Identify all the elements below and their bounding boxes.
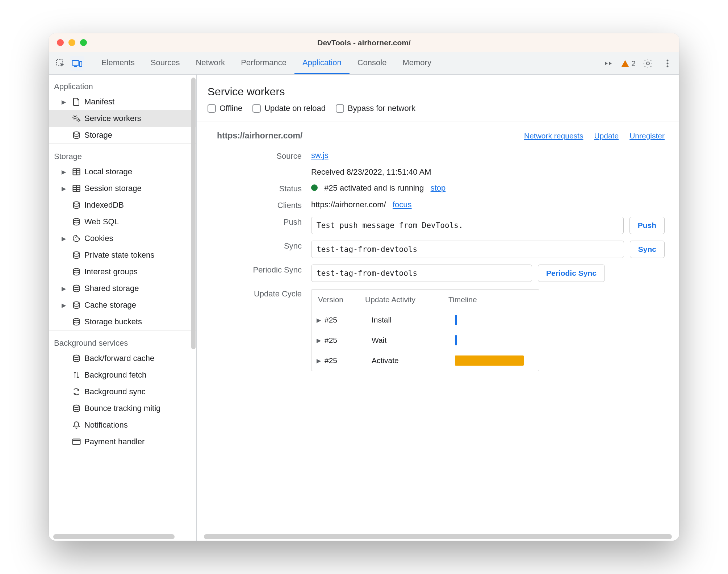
sidebar-item-indexeddb[interactable]: ▶IndexedDB bbox=[49, 197, 196, 213]
sidebar-item-service-workers[interactable]: ▶Service workers bbox=[49, 110, 196, 127]
offline-checkbox[interactable]: Offline bbox=[208, 104, 242, 113]
svg-point-3 bbox=[647, 62, 649, 65]
database-icon bbox=[72, 251, 81, 259]
uc-col-activity: Update Activity bbox=[365, 295, 448, 304]
table-icon bbox=[72, 167, 81, 176]
tab-application[interactable]: Application bbox=[294, 52, 350, 74]
push-button[interactable]: Push bbox=[629, 217, 665, 234]
toolbar-separator bbox=[89, 57, 89, 70]
sidebar-item-label: Web SQL bbox=[84, 217, 119, 226]
sidebar-item-payment-handler[interactable]: ▶Payment handler bbox=[49, 433, 196, 450]
client-focus-link[interactable]: focus bbox=[393, 200, 412, 209]
update-cycle-row[interactable]: ▶#25Wait bbox=[311, 330, 539, 350]
settings-icon[interactable] bbox=[641, 56, 655, 71]
sync-input[interactable] bbox=[311, 241, 624, 258]
uc-timeline bbox=[455, 335, 531, 345]
sidebar-item-back-forward-cache[interactable]: ▶Back/forward cache bbox=[49, 350, 196, 367]
disclosure-triangle-icon: ▶ bbox=[317, 317, 325, 324]
sidebar-item-label: Session storage bbox=[84, 184, 142, 193]
tab-elements[interactable]: Elements bbox=[93, 52, 143, 74]
sidebar-item-bounce-tracking-mitig[interactable]: ▶Bounce tracking mitig bbox=[49, 400, 196, 417]
sidebar-item-local-storage[interactable]: ▶Local storage bbox=[49, 163, 196, 180]
update-link[interactable]: Update bbox=[594, 132, 619, 140]
svg-point-22 bbox=[74, 355, 79, 357]
status-stop-link[interactable]: stop bbox=[431, 183, 446, 192]
update-cycle-row[interactable]: ▶#25Install bbox=[311, 310, 539, 330]
panel-tabs: ElementsSourcesNetworkPerformanceApplica… bbox=[93, 52, 439, 74]
warning-count: 2 bbox=[631, 59, 636, 68]
bypass-for-network-checkbox[interactable]: Bypass for network bbox=[336, 104, 415, 113]
sidebar-item-notifications[interactable]: ▶Notifications bbox=[49, 417, 196, 433]
svg-point-8 bbox=[78, 120, 80, 121]
more-tabs-icon[interactable] bbox=[602, 56, 616, 71]
sidebar-item-session-storage[interactable]: ▶Session storage bbox=[49, 180, 196, 197]
client-url: https://airhorner.com/ bbox=[311, 200, 386, 209]
checkbox-icon bbox=[208, 104, 216, 113]
gears-icon bbox=[72, 114, 81, 123]
disclosure-triangle-icon: ▶ bbox=[61, 99, 66, 105]
uc-col-version: Version bbox=[318, 295, 365, 304]
service-worker-block: https://airhorner.com/ Network requests … bbox=[197, 121, 679, 394]
uc-timeline bbox=[455, 315, 531, 325]
sidebar-item-label: Back/forward cache bbox=[84, 354, 154, 363]
sidebar-item-background-fetch[interactable]: ▶Background fetch bbox=[49, 367, 196, 383]
clients-label: Clients bbox=[217, 199, 311, 210]
sidebar-item-private-state-tokens[interactable]: ▶Private state tokens bbox=[49, 247, 196, 263]
svg-point-9 bbox=[74, 132, 79, 134]
svg-point-5 bbox=[667, 62, 669, 64]
table-icon bbox=[72, 184, 81, 193]
periodic-sync-button[interactable]: Periodic Sync bbox=[538, 265, 605, 282]
sidebar-item-cache-storage[interactable]: ▶Cache storage bbox=[49, 297, 196, 313]
main-horizontal-scrollbar[interactable] bbox=[204, 534, 672, 539]
tab-performance[interactable]: Performance bbox=[233, 52, 294, 74]
sidebar-item-label: Local storage bbox=[84, 167, 132, 176]
update-cycle-row[interactable]: ▶#25Activate bbox=[311, 350, 539, 371]
disclosure-triangle-icon: ▶ bbox=[61, 185, 66, 192]
sidebar-item-cookies[interactable]: ▶Cookies bbox=[49, 230, 196, 247]
sidebar-item-label: Notifications bbox=[84, 420, 128, 430]
sidebar-item-manifest[interactable]: ▶Manifest bbox=[49, 93, 196, 110]
push-label: Push bbox=[217, 215, 311, 227]
tab-network[interactable]: Network bbox=[188, 52, 233, 74]
main-panel: Service workers Offline Update on reload… bbox=[197, 75, 679, 541]
update-on-reload-checkbox[interactable]: Update on reload bbox=[252, 104, 326, 113]
uc-version: #25 bbox=[325, 356, 372, 365]
sidebar-item-background-sync[interactable]: ▶Background sync bbox=[49, 383, 196, 400]
unregister-link[interactable]: Unregister bbox=[629, 132, 665, 140]
bell-icon bbox=[72, 421, 81, 429]
push-input[interactable] bbox=[311, 217, 624, 234]
sidebar-item-label: Cookies bbox=[84, 234, 113, 243]
device-toolbar-icon[interactable] bbox=[70, 56, 84, 71]
svg-point-23 bbox=[74, 405, 79, 407]
tab-sources[interactable]: Sources bbox=[143, 52, 188, 74]
sidebar-item-web-sql[interactable]: ▶Web SQL bbox=[49, 213, 196, 230]
svg-rect-1 bbox=[72, 61, 79, 65]
uc-timeline bbox=[455, 355, 531, 366]
window-title: DevTools - airhorner.com/ bbox=[49, 38, 679, 47]
disclosure-triangle-icon: ▶ bbox=[61, 302, 66, 309]
sidebar-item-shared-storage[interactable]: ▶Shared storage bbox=[49, 280, 196, 297]
source-file-link[interactable]: sw.js bbox=[311, 151, 329, 160]
sidebar-item-storage-buckets[interactable]: ▶Storage buckets bbox=[49, 313, 196, 330]
sync-button[interactable]: Sync bbox=[630, 241, 665, 258]
sidebar-item-storage[interactable]: ▶Storage bbox=[49, 127, 196, 144]
sidebar-section-title: Storage bbox=[49, 144, 196, 163]
source-label: Source bbox=[217, 149, 311, 161]
warnings-badge[interactable]: 2 bbox=[621, 59, 636, 68]
tab-memory[interactable]: Memory bbox=[394, 52, 439, 74]
network-requests-link[interactable]: Network requests bbox=[524, 132, 583, 140]
sidebar-item-label: Manifest bbox=[84, 97, 114, 107]
sidebar-section-title: Application bbox=[49, 75, 196, 93]
database-icon bbox=[72, 404, 81, 413]
sidebar-item-interest-groups[interactable]: ▶Interest groups bbox=[49, 263, 196, 280]
status-text: #25 activated and is running bbox=[324, 183, 424, 192]
update-cycle-table: Version Update Activity Timeline ▶#25Ins… bbox=[311, 289, 539, 371]
kebab-menu-icon[interactable] bbox=[660, 56, 675, 71]
sidebar-item-label: IndexedDB bbox=[84, 200, 124, 210]
tab-console[interactable]: Console bbox=[350, 52, 395, 74]
svg-point-4 bbox=[667, 59, 669, 61]
inspect-icon[interactable] bbox=[53, 56, 68, 71]
sidebar-vertical-scrollbar[interactable] bbox=[191, 78, 196, 349]
sidebar-horizontal-scrollbar[interactable] bbox=[53, 534, 175, 539]
periodic-sync-input[interactable] bbox=[311, 265, 532, 282]
